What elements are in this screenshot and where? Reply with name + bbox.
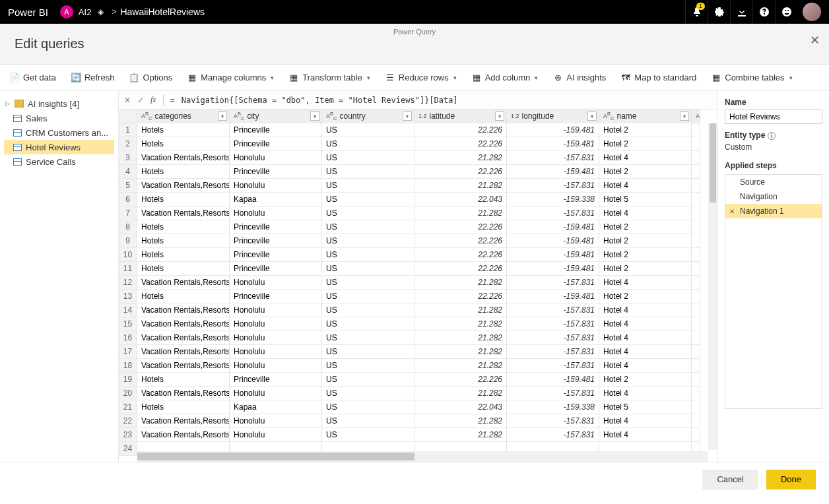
cell[interactable]: Princeville [230,290,322,303]
applied-step[interactable]: Navigation 1 [725,204,822,218]
query-name-input[interactable] [725,110,822,124]
cell[interactable]: Hotel 4 [599,151,692,165]
cell[interactable]: 22.043 [414,193,507,206]
cell[interactable]: Honolulu [230,151,322,165]
row-number[interactable]: 5 [119,179,137,193]
cell[interactable]: Princeville [230,262,322,276]
cell[interactable]: Hotels [137,123,230,137]
reduce-rows-button[interactable]: ☰Reduce rows▾ [382,69,459,87]
notifications-button[interactable]: 1 [685,0,708,24]
cell[interactable]: Honolulu [230,206,322,220]
cell[interactable]: -159.481 [507,220,599,234]
row-number[interactable]: 22 [119,414,137,428]
cell[interactable]: Honolulu [230,359,322,373]
cell[interactable]: -157.831 [507,428,599,442]
cell[interactable]: US [322,234,414,248]
cell[interactable]: Honolulu [230,317,322,331]
query-item[interactable]: CRM Customers an... [4,125,114,140]
cell[interactable]: US [322,193,414,206]
cell[interactable]: -157.831 [507,331,599,345]
cell[interactable]: -159.481 [507,262,599,276]
cell[interactable]: US [322,179,414,193]
cell[interactable]: Honolulu [230,276,322,290]
column-filter-dropdown[interactable]: ▾ [218,111,227,121]
cell[interactable]: Vacation Rentals,Resorts &... [137,387,230,400]
cell[interactable]: Princeville [230,137,322,151]
cell[interactable]: -159.481 [507,290,599,303]
cell[interactable]: Hotel 2 [599,234,692,248]
cell[interactable]: US [322,345,414,359]
settings-button[interactable] [708,0,730,24]
cell[interactable]: Vacation Rentals,Resorts &... [137,345,230,359]
cell[interactable]: Hotel 2 [599,262,692,276]
vertical-scrollbar[interactable] [708,123,717,450]
query-group[interactable]: ▷ AI insights [4] [4,96,114,111]
cell[interactable]: US [322,373,414,387]
column-header[interactable]: ABCcity▾ [230,110,322,123]
row-number[interactable]: 19 [119,373,137,387]
cell[interactable]: -157.831 [507,303,599,317]
row-number[interactable]: 15 [119,317,137,331]
cell[interactable]: Hotel 2 [599,290,692,303]
refresh-button[interactable]: 🔄Refresh [68,69,117,87]
cell[interactable]: Hotels [137,290,230,303]
cell[interactable]: Hotel 2 [599,373,692,387]
cancel-button[interactable]: Cancel [702,470,758,489]
info-icon[interactable]: i [768,132,776,140]
cell[interactable]: Hotel 4 [599,428,692,442]
add-column-button[interactable]: ▦Add column▾ [469,69,541,87]
cell[interactable]: -159.338 [507,400,599,414]
cell[interactable]: -159.481 [507,137,599,151]
column-header[interactable]: ABCcategories▾ [137,110,230,123]
column-header[interactable]: ABCcountry▾ [322,110,414,123]
cell[interactable]: Hotel 5 [599,193,692,206]
cell[interactable]: Vacation Rentals,Resorts &... [137,276,230,290]
cell[interactable]: US [322,414,414,428]
cell[interactable]: 21.282 [414,414,507,428]
cell[interactable]: 22.226 [414,373,507,387]
cell[interactable]: Hotels [137,373,230,387]
combine-tables-button[interactable]: ▦Combine tables▾ [708,69,795,87]
column-header[interactable]: 1.2longitude▾ [507,110,599,123]
cell[interactable]: -157.831 [507,317,599,331]
row-number[interactable]: 12 [119,276,137,290]
cell[interactable]: -157.831 [507,276,599,290]
cell[interactable]: Kapaa [230,193,322,206]
row-number[interactable]: 24 [119,442,137,456]
row-number[interactable]: 1 [119,123,137,137]
dataset-name[interactable]: HawaiiHotelReviews [120,7,205,17]
cell[interactable]: 21.282 [414,331,507,345]
cell[interactable]: Vacation Rentals,Resorts &... [137,303,230,317]
cell[interactable]: Honolulu [230,179,322,193]
column-filter-dropdown[interactable]: ▾ [680,111,689,121]
cell[interactable]: Princeville [230,248,322,262]
cell[interactable]: Vacation Rentals,Resorts &... [137,317,230,331]
cell[interactable]: Hotels [137,193,230,206]
cell[interactable]: Hotel 2 [599,123,692,137]
cell[interactable]: -157.831 [507,414,599,428]
cell[interactable]: Vacation Rentals,Resorts &... [137,331,230,345]
cell[interactable]: Honolulu [230,387,322,400]
cell[interactable]: 21.282 [414,387,507,400]
cell[interactable]: US [322,303,414,317]
cell[interactable]: -157.831 [507,345,599,359]
workspace-badge[interactable]: A [60,5,73,18]
cell[interactable]: -159.481 [507,123,599,137]
row-number[interactable]: 11 [119,262,137,276]
cell[interactable]: Vacation Rentals,Resorts &... [137,206,230,220]
cell[interactable]: US [322,248,414,262]
row-number[interactable]: 2 [119,137,137,151]
map-to-standard-button[interactable]: 🗺Map to standard [618,69,699,87]
cell[interactable]: 21.282 [414,151,507,165]
cell[interactable]: 21.282 [414,345,507,359]
cell[interactable]: Hotels [137,262,230,276]
row-number[interactable]: 17 [119,345,137,359]
cell[interactable]: 22.226 [414,220,507,234]
cell[interactable]: 22.226 [414,234,507,248]
cell[interactable]: 22.226 [414,137,507,151]
cell[interactable]: Honolulu [230,331,322,345]
cell[interactable]: Hotel 2 [599,165,692,179]
cell[interactable]: US [322,276,414,290]
applied-step[interactable]: Source [725,175,822,189]
user-avatar[interactable] [803,3,821,21]
